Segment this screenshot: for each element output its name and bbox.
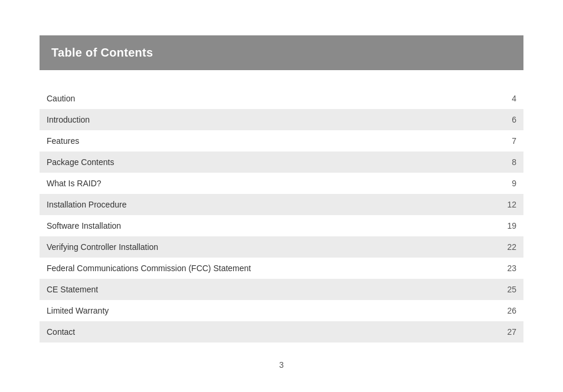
toc-list: Caution4Introduction6Features7Package Co… xyxy=(40,88,523,342)
toc-row[interactable]: Package Contents8 xyxy=(40,151,523,173)
toc-label: Federal Communications Commission (FCC) … xyxy=(47,263,505,273)
toc-label: Caution xyxy=(47,94,505,103)
page-number: 3 xyxy=(279,360,284,370)
toc-page-number: 12 xyxy=(505,200,516,209)
toc-row[interactable]: Verifying Controller Installation22 xyxy=(40,236,523,258)
toc-label: CE Statement xyxy=(47,285,505,294)
toc-label: Package Contents xyxy=(47,157,505,167)
toc-label: Verifying Controller Installation xyxy=(47,242,505,252)
toc-page-number: 25 xyxy=(505,285,516,294)
toc-page-number: 8 xyxy=(505,157,516,167)
toc-page-number: 4 xyxy=(505,94,516,103)
toc-page-number: 9 xyxy=(505,179,516,188)
toc-label: Software Installation xyxy=(47,221,505,230)
toc-page-number: 19 xyxy=(505,221,516,230)
toc-row[interactable]: CE Statement25 xyxy=(40,279,523,300)
toc-row[interactable]: Installation Procedure12 xyxy=(40,194,523,215)
toc-row[interactable]: Introduction6 xyxy=(40,109,523,130)
toc-label: What Is RAID? xyxy=(47,179,505,188)
toc-label: Contact xyxy=(47,327,505,337)
toc-row[interactable]: Federal Communications Commission (FCC) … xyxy=(40,258,523,279)
toc-row[interactable]: What Is RAID?9 xyxy=(40,173,523,194)
toc-page-number: 6 xyxy=(505,115,516,124)
page-container: Table of Contents Caution4Introduction6F… xyxy=(40,0,523,342)
toc-label: Introduction xyxy=(47,115,505,124)
toc-page-number: 7 xyxy=(505,136,516,146)
toc-row[interactable]: Limited Warranty26 xyxy=(40,300,523,321)
page-title: Table of Contents xyxy=(51,46,153,59)
toc-page-number: 27 xyxy=(505,327,516,337)
toc-row[interactable]: Software Installation19 xyxy=(40,215,523,236)
toc-label: Installation Procedure xyxy=(47,200,505,209)
toc-label: Features xyxy=(47,136,505,146)
toc-page-number: 22 xyxy=(505,242,516,252)
toc-row[interactable]: Contact27 xyxy=(40,321,523,342)
toc-page-number: 23 xyxy=(505,263,516,273)
toc-page-number: 26 xyxy=(505,306,516,315)
toc-label: Limited Warranty xyxy=(47,306,505,315)
toc-row[interactable]: Features7 xyxy=(40,130,523,151)
toc-row[interactable]: Caution4 xyxy=(40,88,523,109)
header-bar: Table of Contents xyxy=(40,35,523,70)
